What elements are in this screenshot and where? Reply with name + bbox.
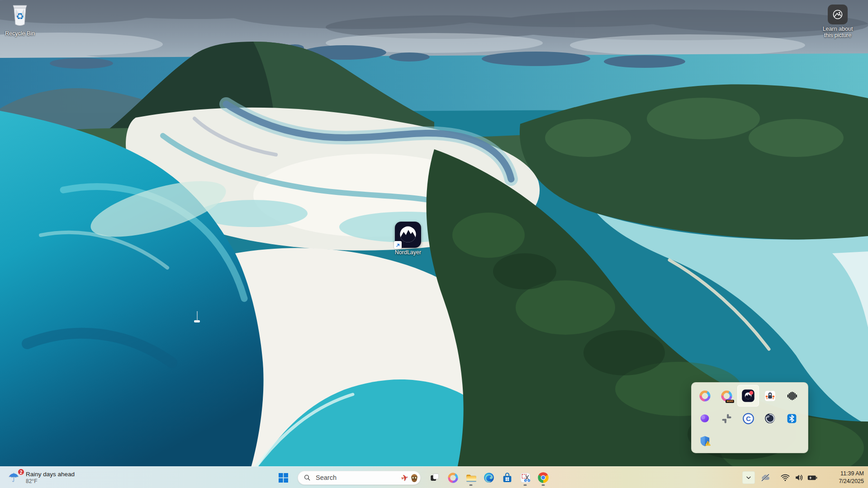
battery-charging-icon [807,472,818,483]
battery-button[interactable] [806,471,819,484]
tray-overflow-flyout: M365 [691,382,808,453]
weather-headline: Rainy days ahead [26,470,75,478]
notification-badge: 2 [18,469,24,475]
tray-device-lock-icon[interactable] [759,385,781,407]
desktop-icon-learn-about-picture[interactable]: Learn about this picture [817,5,859,38]
learn-about-label: Learn about this picture [823,26,853,38]
chevron-down-icon [745,474,752,481]
tray-copilot-m365-icon[interactable]: M365 [716,385,737,407]
clock[interactable]: 11:39 AM 7/24/2025 [827,470,864,485]
wifi-icon [780,473,790,483]
tray-slack-icon[interactable] [716,407,737,429]
running-indicator [524,484,527,486]
weather-widget[interactable]: ☂ 2 Rainy days ahead 82°F [5,467,77,488]
tray-c-logo-icon[interactable]: C [737,407,759,429]
recycle-bin-icon: ♻ [9,3,31,29]
speaker-icon [794,473,804,483]
copilot-button[interactable] [444,469,462,487]
desktop-icon-recycle-bin[interactable]: ♻ Recycle Bin [1,3,39,37]
nordlayer-app-icon [395,222,421,248]
search-input[interactable] [315,474,401,482]
svg-text:♻: ♻ [16,11,24,21]
tray-equalizer-icon[interactable] [781,385,802,407]
umbrella-icon: ☂ 2 [8,470,22,485]
edge-button[interactable] [480,469,498,487]
taskbar: ☂ 2 Rainy days ahead 82°F ✈ [0,466,868,488]
m365-badge: M365 [726,400,734,403]
show-hidden-icons-button[interactable] [742,471,755,484]
chrome-button[interactable] [534,469,552,487]
running-indicator [542,484,545,486]
search-icon [304,474,311,481]
tray-bluetooth-icon[interactable] [781,407,802,429]
search-box[interactable]: ✈ [298,471,421,485]
recycle-bin-label: Recycle Bin [5,30,35,37]
microsoft-store-button[interactable] [498,469,516,487]
file-explorer-button[interactable] [462,469,480,487]
tray-globe-vpn-icon[interactable] [759,407,781,429]
volume-button[interactable] [793,471,806,484]
tray-loop-icon[interactable] [694,407,716,429]
running-indicator [470,484,473,486]
tray-nordlayer-icon[interactable] [737,385,759,407]
tray-windows-security-icon[interactable]: ! [694,430,716,452]
aviator-goggles-icon[interactable] [410,473,419,482]
start-button[interactable] [274,469,292,487]
snipping-tool-button[interactable] [516,469,534,487]
picture-info-icon [828,5,848,24]
svg-text:C: C [746,415,751,422]
shortcut-arrow-icon [394,241,402,249]
onedrive-offline-icon [760,472,771,483]
plane-icon[interactable]: ✈ [400,472,409,483]
weather-temperature: 82°F [26,478,75,485]
tray-copilot-icon[interactable] [694,385,716,407]
desktop-icon-nordlayer[interactable]: NordLayer [387,222,429,256]
svg-text:!: ! [707,441,708,445]
onedrive-button[interactable] [759,471,772,484]
nordlayer-label: NordLayer [395,249,421,256]
clock-date: 7/24/2025 [827,478,864,485]
wifi-button[interactable] [779,471,792,484]
clock-time: 11:39 AM [827,470,864,478]
task-view-button[interactable] [426,469,444,487]
